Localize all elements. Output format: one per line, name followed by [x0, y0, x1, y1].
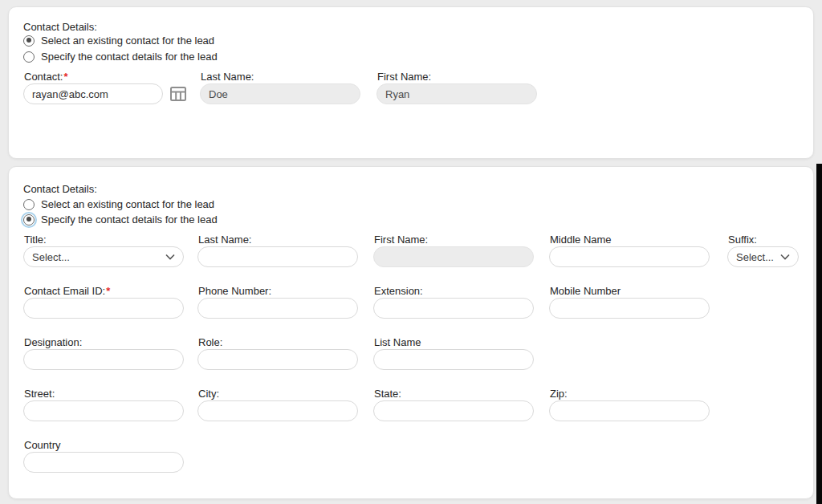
- chevron-down-icon: [165, 254, 175, 260]
- field-mobile-number: Mobile Number: [549, 285, 710, 319]
- field-state: State:: [373, 388, 534, 421]
- table-grid-icon: [169, 85, 187, 103]
- field-first-name: First Name:: [373, 234, 534, 267]
- field-last-name: Last Name:: [197, 234, 358, 267]
- contact-email-input[interactable]: [23, 298, 184, 319]
- radio-label: Select an existing contact for the lead: [41, 198, 214, 210]
- radio-label: Select an existing contact for the lead: [41, 35, 214, 47]
- mobile-number-label: Mobile Number: [550, 285, 710, 295]
- section-title: Contact Details:: [23, 183, 97, 195]
- state-input[interactable]: [373, 400, 534, 421]
- field-list-name: List Name: [373, 336, 534, 370]
- radio-select-existing-contact[interactable]: Select an existing contact for the lead: [23, 35, 214, 47]
- phone-number-input[interactable]: [197, 298, 358, 319]
- last-name-label: Last Name:: [198, 234, 358, 243]
- role-input[interactable]: [197, 349, 358, 370]
- role-label: Role:: [198, 336, 358, 346]
- radio-specify-contact-details[interactable]: Specify the contact details for the lead: [23, 51, 218, 63]
- field-title: Title: Select...: [23, 234, 184, 267]
- state-label: State:: [374, 388, 534, 397]
- last-name-input[interactable]: [197, 246, 358, 267]
- last-name-label: Last Name:: [201, 71, 360, 80]
- first-name-input: [373, 246, 534, 267]
- field-middle-name: Middle Name: [549, 234, 710, 267]
- list-name-label: List Name: [374, 336, 534, 346]
- radio-selected-focused-icon: [23, 214, 35, 226]
- field-zip: Zip:: [549, 388, 710, 421]
- field-extension: Extension:: [373, 285, 534, 319]
- contact-input[interactable]: [23, 83, 163, 104]
- zip-label: Zip:: [550, 388, 710, 397]
- extension-label: Extension:: [374, 285, 534, 295]
- designation-input[interactable]: [23, 349, 184, 370]
- zip-input[interactable]: [549, 400, 710, 421]
- radio-select-existing-contact[interactable]: Select an existing contact for the lead: [23, 198, 214, 210]
- list-name-input[interactable]: [373, 349, 534, 370]
- field-designation: Designation:: [23, 336, 184, 370]
- suffix-select-value: Select...: [736, 251, 774, 263]
- mobile-number-input[interactable]: [549, 298, 710, 319]
- designation-label: Designation:: [24, 336, 184, 346]
- field-role: Role:: [197, 336, 358, 370]
- first-name-label: First Name:: [374, 234, 534, 243]
- field-last-name: Last Name:: [200, 71, 360, 104]
- radio-label: Specify the contact details for the lead: [41, 213, 218, 226]
- radio-unselected-icon: [23, 199, 35, 210]
- city-input[interactable]: [197, 400, 358, 421]
- required-asterisk: *: [106, 285, 110, 297]
- specify-contact-panel: Contact Details: Select an existing cont…: [8, 166, 814, 499]
- street-label: Street:: [24, 388, 184, 397]
- middle-name-input[interactable]: [549, 246, 710, 267]
- last-name-input: [200, 83, 360, 104]
- chevron-down-icon: [780, 254, 790, 260]
- contact-lookup-button[interactable]: [169, 85, 187, 103]
- scrollbar[interactable]: [816, 164, 822, 504]
- field-country: Country: [23, 439, 184, 473]
- suffix-label: Suffix:: [728, 234, 799, 243]
- street-input[interactable]: [23, 400, 184, 421]
- title-label: Title:: [24, 234, 184, 243]
- section-title: Contact Details:: [23, 21, 97, 33]
- lead-contact-details-screen: Contact Details: Select an existing cont…: [0, 0, 822, 504]
- field-first-name: First Name:: [376, 71, 537, 104]
- field-suffix: Suffix: Select...: [727, 234, 799, 267]
- title-select[interactable]: Select...: [23, 246, 184, 267]
- field-contact-email: Contact Email ID:*: [23, 285, 184, 319]
- first-name-input: [376, 83, 537, 104]
- phone-number-label: Phone Number:: [198, 285, 358, 295]
- country-input[interactable]: [23, 452, 184, 473]
- middle-name-label: Middle Name: [550, 234, 710, 243]
- city-label: City:: [198, 388, 358, 397]
- extension-input[interactable]: [373, 298, 534, 319]
- field-city: City:: [197, 388, 358, 421]
- first-name-label: First Name:: [377, 71, 537, 80]
- field-contact: Contact:*: [23, 71, 163, 104]
- radio-selected-icon: [23, 35, 35, 47]
- country-label: Country: [24, 439, 184, 449]
- contact-email-label: Contact Email ID:: [24, 285, 105, 297]
- existing-contact-panel: Contact Details: Select an existing cont…: [8, 6, 814, 159]
- radio-label: Specify the contact details for the lead: [41, 51, 218, 63]
- radio-unselected-icon: [23, 51, 35, 63]
- title-select-value: Select...: [32, 251, 70, 263]
- field-street: Street:: [23, 388, 184, 421]
- field-phone-number: Phone Number:: [197, 285, 358, 319]
- contact-label: Contact:: [24, 71, 63, 83]
- radio-specify-contact-details[interactable]: Specify the contact details for the lead: [23, 213, 218, 226]
- suffix-select[interactable]: Select...: [727, 246, 799, 267]
- required-asterisk: *: [63, 71, 67, 83]
